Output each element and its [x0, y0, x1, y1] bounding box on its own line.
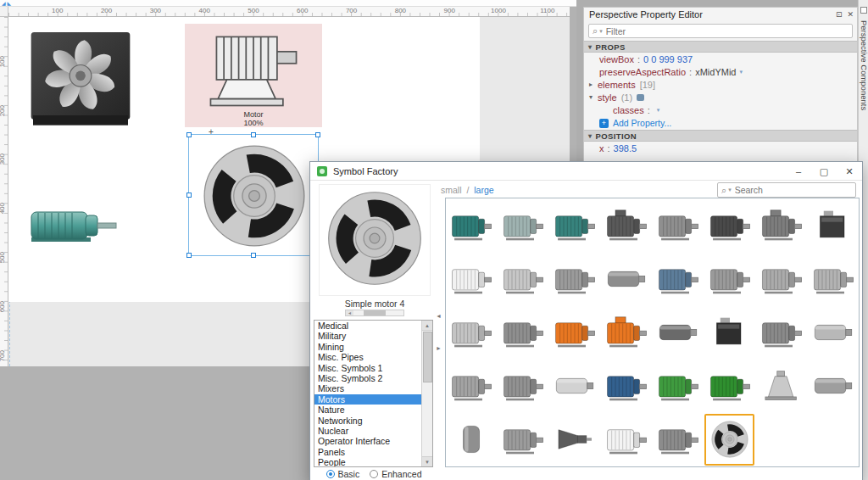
symbol-cell[interactable]	[755, 360, 807, 413]
symbol-cell[interactable]	[601, 252, 653, 305]
symbol-cell[interactable]	[755, 198, 807, 252]
symbol-cell[interactable]	[446, 252, 498, 305]
resize-handle-w[interactable]	[186, 193, 192, 198]
symbol-cell[interactable]	[601, 305, 653, 359]
filter-field[interactable]: ⌕ ▾	[588, 24, 853, 38]
close-panel-icon[interactable]: ✕	[847, 10, 854, 19]
grid-scroll-left-icon[interactable]: ◄	[436, 313, 442, 319]
category-item[interactable]: Misc. Symbols 1	[314, 363, 432, 373]
symbol-cell[interactable]	[498, 198, 549, 252]
category-item[interactable]: Mixers	[314, 383, 432, 393]
dropdown-caret-icon[interactable]: ▾	[657, 107, 660, 114]
symbol-cell[interactable]	[807, 305, 859, 359]
category-item[interactable]: Networking	[314, 416, 432, 426]
resize-handle-ne[interactable]	[315, 132, 320, 137]
grid-scroll-right-icon[interactable]: ►	[436, 345, 442, 351]
symbol-cell[interactable]	[601, 360, 653, 413]
category-item[interactable]: Mining	[314, 342, 432, 352]
symbol-cell[interactable]	[653, 252, 704, 305]
symbol-cell[interactable]	[704, 305, 755, 359]
scroll-up-icon[interactable]: ▲	[422, 321, 432, 331]
expand-caret-icon[interactable]: ▸	[589, 81, 598, 88]
collapse-caret-icon[interactable]: ▾	[589, 93, 598, 101]
resize-handle-sw[interactable]	[186, 253, 192, 258]
filter-caret-icon[interactable]: ▾	[599, 28, 603, 35]
symbol-cell[interactable]	[704, 198, 755, 252]
symbol-cell[interactable]	[653, 413, 704, 466]
scroll-down-icon[interactable]: ▼	[422, 456, 432, 466]
radio-enhanced[interactable]: Enhanced	[370, 469, 421, 479]
symbol-cell[interactable]	[704, 413, 755, 466]
symbol-cell[interactable]	[549, 413, 601, 466]
category-item[interactable]: Operator Interface	[314, 436, 432, 446]
preview-scrollbar[interactable]: ◄	[345, 310, 404, 316]
size-large-link[interactable]: large	[474, 185, 493, 195]
category-item[interactable]: Medical	[314, 321, 432, 331]
minimize-icon[interactable]: –	[786, 162, 811, 181]
symbol-cell[interactable]	[807, 360, 859, 413]
symbol-cell[interactable]	[601, 198, 653, 252]
selected-symbol[interactable]	[188, 134, 319, 256]
position-section-header[interactable]: ▾ POSITION	[584, 130, 857, 142]
symbol-cell[interactable]	[549, 252, 601, 305]
symbol-cell[interactable]	[704, 360, 755, 413]
symbol-cell[interactable]	[446, 198, 498, 252]
symbol-search-field[interactable]: ⌕ ▾	[717, 182, 856, 198]
scroll-thumb[interactable]	[364, 310, 386, 315]
symbol-cell[interactable]	[601, 413, 653, 466]
add-property-button[interactable]: + Add Property...	[584, 116, 857, 130]
prop-row-classes[interactable]: classes : ▾	[584, 103, 857, 116]
symbol-cell[interactable]	[653, 305, 704, 359]
prop-row-style[interactable]: ▾ style (1)	[584, 91, 857, 103]
resize-handle-s[interactable]	[251, 253, 256, 258]
symbol-search-input[interactable]	[735, 185, 852, 195]
symbol-cell[interactable]	[653, 360, 704, 413]
category-item[interactable]: Misc. Symbols 2	[314, 373, 432, 383]
symbol-cell[interactable]	[446, 305, 498, 359]
category-item[interactable]: Military	[314, 331, 432, 341]
teal-motor-symbol[interactable]	[30, 207, 123, 249]
resize-handle-n[interactable]	[251, 132, 256, 137]
symbol-cell[interactable]	[446, 360, 498, 413]
size-small-link[interactable]: small	[441, 185, 462, 195]
category-item[interactable]: People	[314, 457, 432, 467]
symbol-cell[interactable]	[498, 252, 549, 305]
float-panel-icon[interactable]: ⊡	[836, 10, 843, 19]
symbol-cell[interactable]	[755, 305, 807, 359]
symbol-cell[interactable]	[498, 360, 549, 413]
category-item[interactable]: Nuclear	[314, 426, 432, 436]
scroll-left-icon[interactable]: ◄	[346, 310, 353, 315]
radio-basic[interactable]: Basic	[326, 469, 360, 479]
symbol-cell[interactable]	[549, 360, 601, 413]
dialog-titlebar[interactable]: Symbol Factory – ▢ ✕	[310, 162, 862, 181]
scroll-thumb[interactable]	[423, 332, 432, 382]
symbol-cell[interactable]	[446, 413, 498, 466]
fan-symbol[interactable]	[31, 32, 131, 127]
symbol-cell[interactable]	[549, 305, 601, 359]
search-caret-icon[interactable]: ▾	[728, 187, 732, 193]
symbol-cell[interactable]	[653, 198, 704, 252]
category-item[interactable]: Nature	[314, 405, 432, 415]
category-item[interactable]: Misc. Pipes	[314, 352, 432, 362]
symbol-cell[interactable]	[755, 252, 807, 305]
symbol-cell[interactable]	[807, 252, 859, 305]
symbol-cell[interactable]	[549, 198, 601, 252]
prop-row-elements[interactable]: ▸ elements [19]	[584, 78, 857, 91]
resize-handle-nw[interactable]	[186, 132, 192, 137]
symbol-cell[interactable]	[498, 413, 549, 466]
prop-row-viewbox[interactable]: viewBox : 0 0 999 937	[584, 53, 857, 65]
filter-input[interactable]	[606, 26, 849, 36]
symbol-cell[interactable]	[807, 198, 859, 252]
prop-row-preserveaspectratio[interactable]: preserveAspectRatio : xMidYMid ▾	[584, 65, 857, 78]
style-badge-icon[interactable]	[637, 94, 644, 101]
category-item[interactable]: Panels	[314, 447, 432, 457]
category-item[interactable]: Motors	[314, 394, 432, 405]
close-icon[interactable]: ✕	[837, 162, 862, 181]
props-section-header[interactable]: ▾ PROPS	[584, 41, 857, 53]
symbol-cell[interactable]	[498, 305, 549, 359]
prop-row-x[interactable]: x : 398.5	[584, 142, 857, 154]
dropdown-caret-icon[interactable]: ▾	[739, 69, 743, 75]
category-scrollbar[interactable]: ▲ ▼	[421, 321, 432, 466]
symbol-cell[interactable]	[704, 252, 755, 305]
maximize-icon[interactable]: ▢	[811, 162, 837, 181]
